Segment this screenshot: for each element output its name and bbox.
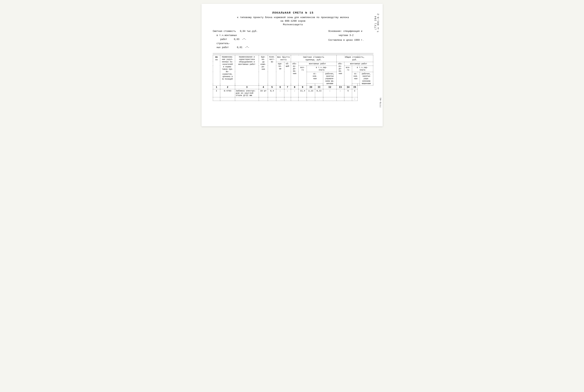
th-col4: Еди-ни-цаизме-ре-ния xyxy=(259,55,268,86)
cost-row: Сметная стоимость 0,04 тыс.руб. xyxy=(213,30,258,34)
osnov-row1: Основание: спецификация и xyxy=(328,30,364,34)
row1-col4: IO шт xyxy=(259,89,268,97)
row1-col7b-base2: 0,II xyxy=(315,89,323,97)
stroit-label: строитель- xyxy=(217,42,230,45)
col-number-row: 1 2 3 4 5 6 7 8 9 IO II I2 I3 I4 I5 xyxy=(213,86,373,89)
empty3 xyxy=(235,97,259,101)
th-col5: Коли-чест-во xyxy=(268,55,276,86)
row1-col7b-base: 2,2I xyxy=(307,89,315,97)
empty6 xyxy=(276,97,284,101)
row1-col7a: – xyxy=(291,89,299,97)
empty1 xyxy=(213,97,220,101)
meta-right: Основание: спецификация и чертежи Э-2 Со… xyxy=(328,30,373,50)
montazh-label: в т.ч.монтажных xyxy=(217,34,237,37)
col-num-11: II xyxy=(315,86,323,89)
th-mont-all2: все-го xyxy=(344,66,352,86)
empty10 xyxy=(307,97,315,101)
th-col3: Наименование ихарактеристикаоборудования… xyxy=(235,55,259,86)
col-num-1: 1 xyxy=(213,86,220,89)
stamp-value: 7775-01 xyxy=(379,98,382,108)
empty8 xyxy=(291,97,299,101)
th-col1: №№пп xyxy=(213,55,220,86)
row1-col8b-base: I xyxy=(352,89,358,97)
title-section: ЛОКАЛЬНАЯ СМЕТА № 15 к типовому проекту … xyxy=(213,11,373,26)
stroit-row: строитель- xyxy=(213,42,258,46)
th-col2: Наименова-ние укруп-ненных по-казателейи… xyxy=(220,55,235,86)
col-num-6: 6 xyxy=(276,86,284,89)
th-zarplata-header: в т.ч.зар-плата xyxy=(307,66,336,72)
col-num-12: I2 xyxy=(323,86,336,89)
col-num-7: 7 xyxy=(284,86,291,89)
th-base-b xyxy=(315,84,323,86)
stroit-value: 0,01 xyxy=(237,46,242,49)
montazh-label2: работ xyxy=(220,38,227,41)
empty12 xyxy=(323,97,336,101)
col-num-9: 9 xyxy=(299,86,307,89)
side-label: Т-н 801-6-2 (ТУ) 204 xyxy=(374,13,380,32)
row1-col8b-all: 5 xyxy=(344,89,352,97)
row1-col1: I xyxy=(213,89,220,97)
th-weight-header: Вес бруттонетто xyxy=(276,55,291,62)
th-zarplata-header2: в т.ч.зар-плата xyxy=(352,66,373,72)
empty15: – xyxy=(352,97,358,101)
osnov-row2: чертежи Э-2 xyxy=(328,34,364,38)
estimate-table: №№пп Наименова-ние укруп-ненных по-казат… xyxy=(213,55,373,101)
montazh-row2: работ 0,03 –"– xyxy=(213,38,258,42)
row1-col2: 8–4703 xyxy=(220,89,235,97)
th-base-sub: ос-нов-ная xyxy=(307,72,323,84)
page-container: Т-н 801-6-2 (ТУ) 204 ЛОКАЛЬНАЯ СМЕТА № 1… xyxy=(202,4,383,126)
th-mont-all: все-го xyxy=(299,66,307,86)
subtitle3: Молниезащита xyxy=(213,23,373,26)
empty11 xyxy=(315,97,323,101)
empty13 xyxy=(336,97,344,101)
th-total-header: Общая стоимость,руб. xyxy=(336,55,373,62)
th-workers2: рабочих,занятыхупра-влениеммашинами xyxy=(360,72,373,86)
meta-left: Сметная стоимость 0,04 тыс.руб. в т.ч.мо… xyxy=(213,30,258,50)
th-mont-header: монтажных работ xyxy=(299,62,336,66)
th-base-b2 xyxy=(358,84,360,86)
empty4 xyxy=(259,97,268,101)
th-mont-total-header: монтажных работ xyxy=(344,62,373,66)
col-num-14: I4 xyxy=(344,86,352,89)
montazh-row: в т.ч.монтажных xyxy=(213,34,258,38)
col-num-5: 5 xyxy=(268,86,276,89)
th-smeta-header: Сметная стоимостьединицы, руб. xyxy=(291,55,336,62)
row1-col6b: – xyxy=(284,89,291,97)
th-eq-total: обо-ру-до-ва-ния xyxy=(336,62,344,86)
sostavl-row: Составлена в ценах 1969 г. xyxy=(328,38,364,42)
col-num-8: 8 xyxy=(291,86,299,89)
stroit-unit: –"– xyxy=(245,46,249,49)
subtitle2: на 800-1200 коров xyxy=(213,20,373,22)
col-num-2: 2 xyxy=(220,86,235,89)
col-num-3: 3 xyxy=(235,86,259,89)
header-row-1: №№пп Наименова-ние укруп-ненных по-казат… xyxy=(213,55,373,62)
col-num-4: 4 xyxy=(259,86,268,89)
th-base-a2 xyxy=(352,84,358,86)
row1-col8a: – xyxy=(336,89,344,97)
row1-col3: Забивка электро-дов из круглойотали Д=12… xyxy=(235,89,259,97)
main-title: ЛОКАЛЬНАЯ СМЕТА № 15 xyxy=(213,11,373,14)
col-num-10: IO xyxy=(307,86,315,89)
side-text-line1: Т-н 801-6-2 xyxy=(377,13,380,32)
row1-col5: 0,4 xyxy=(268,89,276,97)
empty2 xyxy=(220,97,235,101)
th-cost-eq: обо-ру-до-ва-ния xyxy=(291,62,299,86)
table-row: I 8–4703 Забивка электро-дов из круглойо… xyxy=(213,89,373,97)
cost-label: Сметная стоимость xyxy=(213,30,236,32)
th-base-sub2: ос-нов-ная xyxy=(352,72,360,84)
stamp-text: 7775-01 xyxy=(379,98,382,108)
stroit-label2: ных работ xyxy=(217,46,229,49)
subtitle1: к типовому проекту блока кормовой зоны д… xyxy=(213,16,373,19)
row1-col7b-all: II,4 xyxy=(299,89,307,97)
table-row-empty: – xyxy=(213,97,373,101)
col-num-15: I5 xyxy=(352,86,358,89)
side-text-line2: (ТУ) 204 xyxy=(374,16,377,30)
empty5 xyxy=(268,97,276,101)
montazh-unit: –"– xyxy=(242,38,246,41)
th-weight-unit: еди-ни-цы xyxy=(276,62,284,86)
empty9 xyxy=(299,97,307,101)
stroit-row2: ных работ 0,01 –"– xyxy=(213,46,258,50)
row1-col6a: – xyxy=(276,89,284,97)
divider-top2 xyxy=(213,54,373,54)
th-base-a xyxy=(307,84,315,86)
